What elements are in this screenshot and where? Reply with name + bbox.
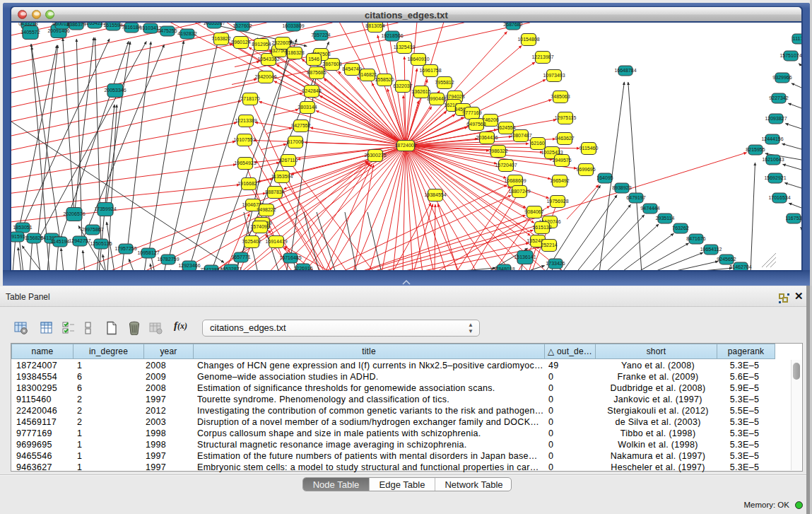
svg-text:8938923: 8938923 <box>612 185 631 190</box>
svg-text:96532871: 96532871 <box>220 267 242 270</box>
svg-text:97848018: 97848018 <box>493 267 514 270</box>
svg-text:12093827: 12093827 <box>765 116 787 121</box>
svg-text:6475255: 6475255 <box>158 28 177 33</box>
svg-text:7163822: 7163822 <box>211 36 230 41</box>
svg-text:1574099: 1574099 <box>250 224 269 229</box>
svg-text:10807487: 10807487 <box>510 133 531 138</box>
svg-text:9146821: 9146821 <box>358 72 377 77</box>
svg-text:9084067: 9084067 <box>524 209 543 214</box>
svg-text:8427552: 8427552 <box>291 123 310 128</box>
svg-text:9329966: 9329966 <box>772 75 792 80</box>
svg-text:19166827: 19166827 <box>237 181 259 186</box>
svg-text:23226058: 23226058 <box>271 40 293 45</box>
svg-text:9498222: 9498222 <box>257 207 276 212</box>
svg-text:763262: 763262 <box>672 226 688 230</box>
svg-text:8813054: 8813054 <box>365 23 384 28</box>
svg-text:8990448: 8990448 <box>427 96 446 101</box>
svg-text:6322037: 6322037 <box>393 83 412 88</box>
svg-text:16210643: 16210643 <box>762 157 784 162</box>
svg-text:2867608: 2867608 <box>322 62 341 66</box>
svg-text:23420046: 23420046 <box>254 74 276 79</box>
svg-text:164095: 164095 <box>596 175 613 180</box>
svg-text:10543362: 10543362 <box>257 57 279 62</box>
svg-text:252214: 252214 <box>541 243 557 247</box>
svg-text:17359924: 17359924 <box>94 206 116 211</box>
svg-text:7816184: 7816184 <box>122 25 141 30</box>
svg-text:19218506: 19218506 <box>381 33 403 38</box>
svg-text:9777169: 9777169 <box>462 110 481 115</box>
svg-text:12975115: 12975115 <box>555 115 577 120</box>
svg-text:15751074: 15751074 <box>779 53 801 58</box>
svg-text:7625402: 7625402 <box>242 239 261 244</box>
svg-text:3267110: 3267110 <box>279 158 298 163</box>
svg-text:8215955: 8215955 <box>746 147 765 152</box>
svg-text:9242848: 9242848 <box>302 88 321 93</box>
svg-text:18640910: 18640910 <box>407 57 429 62</box>
svg-text:25300275: 25300275 <box>364 153 386 158</box>
svg-text:391591: 391591 <box>11 234 25 239</box>
svg-text:10154808: 10154808 <box>517 37 539 42</box>
svg-text:19756928: 19756928 <box>546 199 568 204</box>
svg-text:8887834: 8887834 <box>265 189 284 194</box>
svg-text:12213389: 12213389 <box>235 118 257 123</box>
svg-text:17016534: 17016534 <box>768 195 790 200</box>
svg-text:8960124: 8960124 <box>231 40 250 45</box>
svg-text:1615132: 1615132 <box>532 225 551 230</box>
svg-text:9794028: 9794028 <box>445 94 464 99</box>
svg-text:9227342: 9227342 <box>769 95 788 100</box>
svg-text:20053346: 20053346 <box>104 88 126 93</box>
svg-text:1405572: 1405572 <box>20 30 40 35</box>
svg-text:16782759: 16782759 <box>157 257 179 262</box>
svg-text:15136141: 15136141 <box>514 255 536 259</box>
svg-text:11173: 11173 <box>793 36 801 41</box>
svg-text:9245652: 9245652 <box>717 257 736 262</box>
svg-text:15716485: 15716485 <box>279 255 301 260</box>
svg-text:1226916: 1226916 <box>293 266 312 270</box>
svg-text:1558520: 1558520 <box>375 77 394 82</box>
svg-text:8186328: 8186328 <box>285 50 304 55</box>
svg-text:817006: 817006 <box>287 139 303 144</box>
svg-text:11353594: 11353594 <box>271 174 293 179</box>
svg-text:2718170: 2718170 <box>240 96 259 101</box>
svg-text:9463627: 9463627 <box>555 136 574 141</box>
svg-text:16961758: 16961758 <box>419 68 441 73</box>
svg-text:12505135: 12505135 <box>90 241 112 246</box>
svg-text:15692921: 15692921 <box>764 175 786 180</box>
svg-text:1546: 1546 <box>308 57 319 62</box>
svg-text:6497568: 6497568 <box>466 122 486 127</box>
svg-text:16033809: 16033809 <box>282 23 304 28</box>
svg-text:116753: 116753 <box>786 216 801 221</box>
svg-text:3624554: 3624554 <box>496 125 515 130</box>
svg-text:1965492: 1965492 <box>550 178 569 183</box>
svg-text:1145194: 1145194 <box>51 239 70 244</box>
svg-text:19384554: 19384554 <box>424 192 446 197</box>
svg-text:8875685: 8875685 <box>307 70 326 75</box>
svg-text:16914479: 16914479 <box>265 239 287 244</box>
svg-text:10688609: 10688609 <box>504 178 526 183</box>
svg-text:1949576: 1949576 <box>552 158 571 163</box>
svg-text:4192832: 4192832 <box>177 31 196 36</box>
svg-text:10655267: 10655267 <box>203 23 225 25</box>
svg-text:10107553: 10107553 <box>233 137 255 142</box>
svg-text:8471676: 8471676 <box>686 236 705 241</box>
svg-text:2687682: 2687682 <box>503 23 522 27</box>
svg-text:12923466: 12923466 <box>178 263 200 268</box>
svg-text:12444156: 12444156 <box>761 136 783 141</box>
svg-text:7485063: 7485063 <box>551 94 570 99</box>
svg-text:17957255: 17957255 <box>114 246 136 251</box>
svg-text:18807249: 18807249 <box>508 189 530 194</box>
svg-text:20364436: 20364436 <box>476 135 498 140</box>
svg-text:1733426: 1733426 <box>546 261 565 266</box>
svg-text:7357224: 7357224 <box>311 33 330 37</box>
svg-text:1615594: 1615594 <box>103 23 122 28</box>
svg-text:9115460: 9115460 <box>579 146 599 151</box>
svg-text:2803144: 2803144 <box>298 105 317 110</box>
svg-text:2935114: 2935114 <box>656 216 675 221</box>
svg-text:11325419: 11325419 <box>394 45 416 49</box>
svg-text:29975867: 29975867 <box>81 227 103 232</box>
svg-text:15720407: 15720407 <box>495 163 517 168</box>
svg-text:10958127: 10958127 <box>137 250 159 255</box>
svg-text:51462704: 51462704 <box>729 264 751 269</box>
svg-text:10973493: 10973493 <box>543 73 565 78</box>
svg-text:9699695: 9699695 <box>576 167 595 172</box>
